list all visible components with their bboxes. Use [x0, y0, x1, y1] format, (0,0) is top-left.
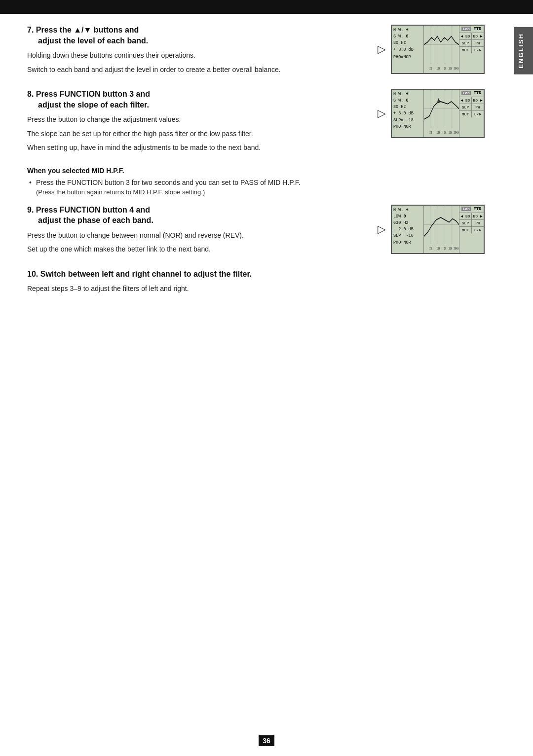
- lcd-left-7: N.W. + S.W. 0 80 Hz + 3.0 dB PHO=NOR: [392, 26, 424, 73]
- section-8-heading: 8. Press FUNCTION button 3 and adjust th…: [27, 89, 368, 110]
- svg-text:100: 100: [437, 246, 441, 251]
- svg-text:20kHz: 20kHz: [454, 246, 459, 251]
- svg-text:1k: 1k: [444, 67, 446, 71]
- when-mid-hpf: When you selected MID H.P.F. Press the F…: [27, 167, 496, 195]
- svg-text:10k: 10k: [449, 67, 453, 71]
- svg-text:20kHz: 20kHz: [454, 67, 459, 71]
- svg-text:10k: 10k: [449, 246, 453, 251]
- svg-text:1k: 1k: [444, 131, 446, 135]
- section-8-image: ▷ N.W. + S.W. 0 80 Hz + 3.0 dB SLP= -18 …: [378, 89, 496, 138]
- section-8-text: 8. Press FUNCTION button 3 and adjust th…: [27, 89, 378, 156]
- main-content: 7. Press the ▲/▼ buttons and adjust the …: [27, 25, 496, 726]
- page-number: 36: [259, 735, 274, 746]
- mid-hpf-heading: When you selected MID H.P.F.: [27, 167, 496, 175]
- lcd-right-7: Lch FTR ◄ BD BD ► SLPPH MUTL/: [459, 26, 484, 73]
- section-9: 9. Press FUNCTION button 4 and adjust th…: [27, 205, 496, 258]
- svg-text:20: 20: [429, 67, 432, 71]
- section-7-heading: 7. Press the ▲/▼ buttons and adjust the …: [27, 25, 368, 46]
- lcd-left-9: N.W. + LOW 0 630 Hz – 2.0 dB SLP= -18 PH…: [392, 206, 424, 253]
- section-8-body: Press the button to change the adjustmen…: [27, 114, 368, 153]
- section-7-text: 7. Press the ▲/▼ buttons and adjust the …: [27, 25, 378, 78]
- arrow-right-icon-9: ▷: [378, 223, 386, 236]
- svg-text:100: 100: [437, 131, 441, 135]
- arrow-right-icon: ▷: [378, 43, 386, 56]
- section-10-heading: 10. Switch between left and right channe…: [27, 269, 496, 280]
- lcd-center-8: 20 100 1k 10k 20kHz: [424, 90, 459, 137]
- lcd-center-9: 20 100 1k 10k 20kHz: [424, 206, 459, 253]
- svg-text:10k: 10k: [449, 131, 453, 135]
- page-container: ENGLISH 7. Press the ▲/▼ buttons and adj…: [0, 0, 533, 756]
- lcd-screen-9: N.W. + LOW 0 630 Hz – 2.0 dB SLP= -18 PH…: [391, 205, 485, 254]
- lcd-center-7: 20 100 1k 10k 20kHz: [424, 26, 459, 73]
- svg-marker-15: [437, 98, 440, 102]
- svg-text:20: 20: [429, 246, 432, 251]
- lcd-right-9: Lch FTR ◄ BD BD ► SLPPH MUTL/: [459, 206, 484, 253]
- lcd-left-8: N.W. + S.W. 0 80 Hz + 3.0 dB SLP= -18 PH…: [392, 90, 424, 137]
- svg-text:100: 100: [437, 67, 441, 71]
- lcd-right-8: Lch FTR ◄ BD BD ► SLPPH MUTL/: [459, 90, 484, 137]
- arrow-right-icon-8: ▷: [378, 107, 386, 120]
- lcd-screen-7: N.W. + S.W. 0 80 Hz + 3.0 dB PHO=NOR: [391, 25, 485, 74]
- section-10: 10. Switch between left and right channe…: [27, 269, 496, 294]
- lcd-screen-8: N.W. + S.W. 0 80 Hz + 3.0 dB SLP= -18 PH…: [391, 89, 485, 138]
- mid-hpf-bullet: Press the FUNCTION button 3 for two seco…: [27, 177, 496, 188]
- mid-hpf-sub: (Press the button again returns to MID H…: [27, 188, 496, 196]
- section-8: 8. Press FUNCTION button 3 and adjust th…: [27, 89, 496, 156]
- svg-text:20: 20: [429, 131, 432, 135]
- top-bar: [0, 0, 533, 14]
- section-9-text: 9. Press FUNCTION button 4 and adjust th…: [27, 205, 378, 258]
- section-7: 7. Press the ▲/▼ buttons and adjust the …: [27, 25, 496, 78]
- section-7-body: Holding down these buttons continues the…: [27, 50, 368, 75]
- english-side-tab: ENGLISH: [514, 27, 533, 74]
- section-9-image: ▷ N.W. + LOW 0 630 Hz – 2.0 dB SLP= -18 …: [378, 205, 496, 254]
- section-9-body: Press the button to change between norma…: [27, 230, 368, 255]
- section-10-body: Repeat steps 3–9 to adjust the filters o…: [27, 283, 496, 294]
- svg-text:20kHz: 20kHz: [454, 131, 459, 135]
- section-7-image: ▷ N.W. + S.W. 0 80 Hz + 3.0 dB PHO=NOR: [378, 25, 496, 74]
- svg-text:1k: 1k: [444, 246, 446, 251]
- section-9-heading: 9. Press FUNCTION button 4 and adjust th…: [27, 205, 368, 226]
